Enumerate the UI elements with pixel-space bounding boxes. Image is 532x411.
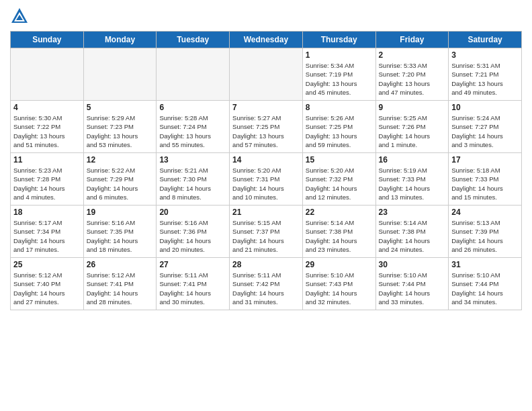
day-info: Sunrise: 5:13 AM Sunset: 7:39 PM Dayligh… <box>451 218 519 254</box>
day-number: 15 <box>306 155 373 165</box>
day-number: 11 <box>13 155 81 165</box>
day-info: Sunrise: 5:20 AM Sunset: 7:32 PM Dayligh… <box>306 166 373 201</box>
day-info: Sunrise: 5:21 AM Sunset: 7:30 PM Dayligh… <box>159 166 226 201</box>
day-info: Sunrise: 5:10 AM Sunset: 7:43 PM Dayligh… <box>306 271 373 306</box>
day-number: 13 <box>159 155 226 165</box>
day-number: 16 <box>379 155 446 165</box>
calendar-cell <box>83 48 157 101</box>
day-number: 2 <box>379 50 446 60</box>
day-number: 17 <box>451 155 519 165</box>
calendar-cell: 25Sunrise: 5:12 AM Sunset: 7:40 PM Dayli… <box>11 258 84 310</box>
calendar-cell: 8Sunrise: 5:26 AM Sunset: 7:25 PM Daylig… <box>302 101 375 153</box>
calendar-cell: 5Sunrise: 5:29 AM Sunset: 7:23 PM Daylig… <box>83 101 157 153</box>
logo <box>10 7 30 26</box>
day-info: Sunrise: 5:18 AM Sunset: 7:33 PM Dayligh… <box>451 166 519 201</box>
day-number: 7 <box>232 103 300 112</box>
calendar-cell: 11Sunrise: 5:23 AM Sunset: 7:28 PM Dayli… <box>11 153 84 205</box>
day-info: Sunrise: 5:14 AM Sunset: 7:38 PM Dayligh… <box>306 218 373 254</box>
day-number: 20 <box>159 208 226 217</box>
day-info: Sunrise: 5:16 AM Sunset: 7:35 PM Dayligh… <box>87 218 154 254</box>
calendar-cell: 9Sunrise: 5:25 AM Sunset: 7:26 PM Daylig… <box>375 101 449 153</box>
calendar-cell: 10Sunrise: 5:24 AM Sunset: 7:27 PM Dayli… <box>449 101 522 153</box>
calendar-cell: 1Sunrise: 5:34 AM Sunset: 7:19 PM Daylig… <box>302 48 375 101</box>
calendar-cell: 13Sunrise: 5:21 AM Sunset: 7:30 PM Dayli… <box>157 153 230 205</box>
logo-icon <box>10 7 29 26</box>
day-number: 18 <box>13 208 81 217</box>
calendar-cell: 17Sunrise: 5:18 AM Sunset: 7:33 PM Dayli… <box>449 153 522 205</box>
calendar-cell: 21Sunrise: 5:15 AM Sunset: 7:37 PM Dayli… <box>230 205 303 258</box>
calendar-cell: 23Sunrise: 5:14 AM Sunset: 7:38 PM Dayli… <box>375 205 449 258</box>
day-number: 27 <box>159 260 226 269</box>
calendar-cell: 6Sunrise: 5:28 AM Sunset: 7:24 PM Daylig… <box>157 101 230 153</box>
day-info: Sunrise: 5:28 AM Sunset: 7:24 PM Dayligh… <box>159 113 226 149</box>
day-info: Sunrise: 5:16 AM Sunset: 7:36 PM Dayligh… <box>159 218 226 254</box>
day-number: 1 <box>306 50 373 60</box>
day-number: 29 <box>306 260 373 269</box>
day-info: Sunrise: 5:15 AM Sunset: 7:37 PM Dayligh… <box>232 218 300 254</box>
day-number: 3 <box>451 50 519 60</box>
day-info: Sunrise: 5:10 AM Sunset: 7:44 PM Dayligh… <box>451 271 519 306</box>
day-info: Sunrise: 5:17 AM Sunset: 7:34 PM Dayligh… <box>13 218 81 254</box>
calendar-cell: 19Sunrise: 5:16 AM Sunset: 7:35 PM Dayli… <box>83 205 157 258</box>
day-number: 24 <box>451 208 519 217</box>
col-header-friday: Friday <box>375 32 449 48</box>
calendar-cell: 4Sunrise: 5:30 AM Sunset: 7:22 PM Daylig… <box>11 101 84 153</box>
day-info: Sunrise: 5:11 AM Sunset: 7:41 PM Dayligh… <box>159 271 226 306</box>
day-info: Sunrise: 5:34 AM Sunset: 7:19 PM Dayligh… <box>306 61 373 97</box>
calendar-cell: 20Sunrise: 5:16 AM Sunset: 7:36 PM Dayli… <box>157 205 230 258</box>
col-header-thursday: Thursday <box>302 32 375 48</box>
header <box>10 7 522 26</box>
day-info: Sunrise: 5:19 AM Sunset: 7:33 PM Dayligh… <box>379 166 446 201</box>
calendar-cell: 30Sunrise: 5:10 AM Sunset: 7:44 PM Dayli… <box>375 258 449 310</box>
calendar-cell: 2Sunrise: 5:33 AM Sunset: 7:20 PM Daylig… <box>375 48 449 101</box>
calendar-cell: 15Sunrise: 5:20 AM Sunset: 7:32 PM Dayli… <box>302 153 375 205</box>
day-number: 14 <box>232 155 300 165</box>
calendar-cell: 29Sunrise: 5:10 AM Sunset: 7:43 PM Dayli… <box>302 258 375 310</box>
calendar-cell: 3Sunrise: 5:31 AM Sunset: 7:21 PM Daylig… <box>449 48 522 101</box>
day-info: Sunrise: 5:12 AM Sunset: 7:40 PM Dayligh… <box>13 271 81 306</box>
day-number: 12 <box>87 155 154 165</box>
day-info: Sunrise: 5:26 AM Sunset: 7:25 PM Dayligh… <box>306 113 373 149</box>
day-info: Sunrise: 5:22 AM Sunset: 7:29 PM Dayligh… <box>87 166 154 201</box>
calendar-cell: 31Sunrise: 5:10 AM Sunset: 7:44 PM Dayli… <box>449 258 522 310</box>
day-info: Sunrise: 5:27 AM Sunset: 7:25 PM Dayligh… <box>232 113 300 149</box>
calendar-cell: 27Sunrise: 5:11 AM Sunset: 7:41 PM Dayli… <box>157 258 230 310</box>
day-number: 26 <box>87 260 154 269</box>
calendar-cell: 28Sunrise: 5:11 AM Sunset: 7:42 PM Dayli… <box>230 258 303 310</box>
col-header-wednesday: Wednesday <box>230 32 303 48</box>
page: SundayMondayTuesdayWednesdayThursdayFrid… <box>0 0 532 411</box>
day-info: Sunrise: 5:24 AM Sunset: 7:27 PM Dayligh… <box>451 113 519 149</box>
calendar-cell: 24Sunrise: 5:13 AM Sunset: 7:39 PM Dayli… <box>449 205 522 258</box>
day-number: 23 <box>379 208 446 217</box>
day-number: 25 <box>13 260 81 269</box>
day-info: Sunrise: 5:11 AM Sunset: 7:42 PM Dayligh… <box>232 271 300 306</box>
day-info: Sunrise: 5:31 AM Sunset: 7:21 PM Dayligh… <box>451 61 519 97</box>
calendar-cell: 26Sunrise: 5:12 AM Sunset: 7:41 PM Dayli… <box>83 258 157 310</box>
day-info: Sunrise: 5:14 AM Sunset: 7:38 PM Dayligh… <box>379 218 446 254</box>
col-header-tuesday: Tuesday <box>157 32 230 48</box>
calendar-cell: 12Sunrise: 5:22 AM Sunset: 7:29 PM Dayli… <box>83 153 157 205</box>
day-info: Sunrise: 5:10 AM Sunset: 7:44 PM Dayligh… <box>379 271 446 306</box>
calendar-cell <box>230 48 303 101</box>
day-info: Sunrise: 5:25 AM Sunset: 7:26 PM Dayligh… <box>379 113 446 149</box>
day-number: 6 <box>159 103 226 112</box>
day-number: 22 <box>306 208 373 217</box>
calendar-table: SundayMondayTuesdayWednesdayThursdayFrid… <box>10 31 522 310</box>
day-info: Sunrise: 5:12 AM Sunset: 7:41 PM Dayligh… <box>87 271 154 306</box>
day-info: Sunrise: 5:20 AM Sunset: 7:31 PM Dayligh… <box>232 166 300 201</box>
day-number: 30 <box>379 260 446 269</box>
calendar-cell: 22Sunrise: 5:14 AM Sunset: 7:38 PM Dayli… <box>302 205 375 258</box>
day-info: Sunrise: 5:29 AM Sunset: 7:23 PM Dayligh… <box>87 113 154 149</box>
col-header-sunday: Sunday <box>11 32 84 48</box>
day-number: 8 <box>306 103 373 112</box>
day-number: 4 <box>13 103 81 112</box>
day-number: 5 <box>87 103 154 112</box>
calendar-cell: 7Sunrise: 5:27 AM Sunset: 7:25 PM Daylig… <box>230 101 303 153</box>
day-number: 9 <box>379 103 446 112</box>
day-info: Sunrise: 5:33 AM Sunset: 7:20 PM Dayligh… <box>379 61 446 97</box>
day-info: Sunrise: 5:30 AM Sunset: 7:22 PM Dayligh… <box>13 113 81 149</box>
day-number: 28 <box>232 260 300 269</box>
calendar-cell: 14Sunrise: 5:20 AM Sunset: 7:31 PM Dayli… <box>230 153 303 205</box>
calendar-cell: 18Sunrise: 5:17 AM Sunset: 7:34 PM Dayli… <box>11 205 84 258</box>
calendar-cell <box>11 48 84 101</box>
